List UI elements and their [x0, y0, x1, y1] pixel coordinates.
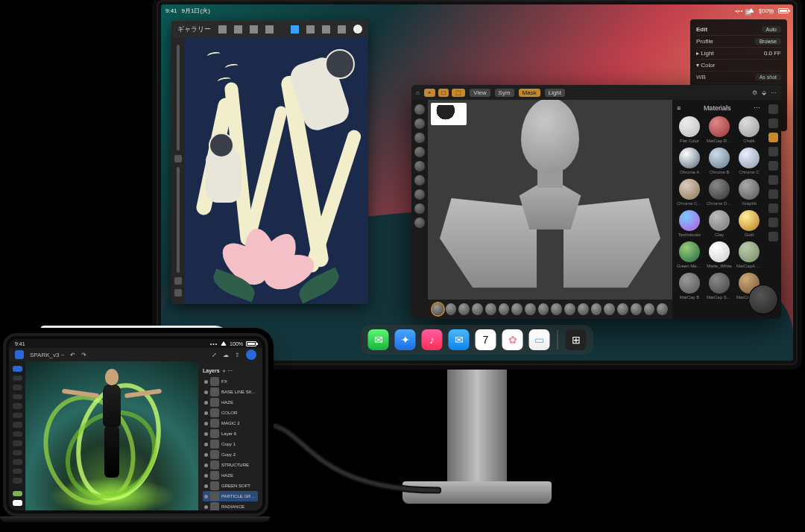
spot-heal-tool-icon[interactable] [13, 469, 22, 475]
undo-icon[interactable]: ↶ [70, 352, 75, 358]
fg-color-swatch[interactable] [13, 491, 22, 497]
visibility-icon[interactable] [204, 443, 208, 446]
color-label[interactable]: Color [701, 62, 715, 69]
brush-tool-icon[interactable] [13, 394, 22, 400]
fill-tool-icon[interactable] [13, 413, 22, 419]
material-swatch[interactable]: Graphit [736, 179, 762, 206]
type-tool-icon[interactable] [13, 440, 22, 446]
light-label[interactable]: Light [701, 50, 713, 57]
navigation-ball[interactable] [748, 285, 778, 314]
material-swatch[interactable]: MatCap B [677, 273, 702, 300]
tool-sphere[interactable] [414, 118, 425, 129]
crop-tool-icon[interactable] [13, 431, 22, 437]
adjust-icon[interactable] [234, 25, 242, 34]
material-swatch[interactable]: Chrome Da… [707, 179, 732, 206]
dock-app-mail[interactable]: ✉ [449, 329, 470, 350]
redo-icon[interactable]: ↷ [81, 352, 86, 358]
material-swatch[interactable]: Green Meta… [677, 241, 702, 268]
visibility-icon[interactable] [204, 411, 208, 415]
rtool[interactable] [768, 218, 778, 227]
dock-app-safari[interactable]: ✦ [395, 329, 416, 350]
ps-canvas[interactable] [25, 361, 198, 510]
layer-menu-icon[interactable]: ⋯ [227, 368, 233, 373]
cloud-icon[interactable]: ☁ [223, 352, 229, 358]
actions-icon[interactable] [218, 25, 227, 34]
bg-color-swatch[interactable] [13, 500, 22, 506]
opacity-slider[interactable] [177, 167, 180, 273]
sculpt-viewport[interactable] [428, 100, 672, 300]
add-layer-icon[interactable]: ＋ [221, 368, 227, 373]
brush-preset[interactable] [458, 303, 470, 315]
rtool[interactable] [768, 232, 778, 241]
brush-preset[interactable] [591, 303, 602, 315]
panel-more-icon[interactable]: ⋯ [754, 104, 760, 112]
dock-app-calendar[interactable]: 7 [476, 329, 496, 350]
brush-size-slider[interactable] [177, 45, 180, 151]
shape-tool-icon[interactable] [13, 450, 22, 456]
visibility-icon[interactable] [204, 495, 208, 498]
procreate-window[interactable]: ギャラリー [171, 21, 368, 304]
brush-preset[interactable] [551, 303, 562, 315]
rtool[interactable] [768, 189, 778, 199]
material-swatch[interactable]: Chrome B [707, 148, 732, 174]
tool-sphere[interactable] [414, 161, 425, 171]
chip[interactable]: Mask [519, 89, 540, 97]
panel-grip-icon[interactable]: ≡ [677, 104, 681, 112]
layer-row[interactable]: GREEN SOFT [203, 481, 258, 491]
share-button[interactable] [246, 349, 256, 360]
visibility-icon[interactable] [204, 463, 208, 467]
tool-sphere[interactable] [414, 133, 425, 143]
visibility-icon[interactable] [204, 390, 208, 394]
brush-preset[interactable] [446, 303, 457, 315]
layer-row[interactable]: COLOR [203, 408, 258, 418]
tool-sphere[interactable] [414, 203, 425, 214]
brush-preset[interactable] [472, 303, 483, 315]
visibility-icon[interactable] [204, 474, 208, 478]
brush-preset[interactable] [525, 303, 536, 315]
brush-preset[interactable] [485, 303, 496, 315]
material-swatch[interactable]: Technicolor [677, 210, 702, 237]
auto-button[interactable]: Auto [762, 26, 781, 33]
clone-tool-icon[interactable] [13, 422, 22, 428]
gear-icon[interactable]: ⚙ [752, 89, 757, 96]
layer-row[interactable]: PARTICLE GREEN [203, 491, 258, 501]
tool-sphere[interactable] [414, 189, 425, 200]
material-swatch[interactable]: Chrome A [677, 148, 702, 174]
mode-chip[interactable]: + [424, 89, 435, 97]
brush-icon[interactable] [291, 25, 299, 34]
ps-home-icon[interactable] [15, 350, 24, 359]
brush-preset[interactable] [564, 303, 575, 315]
material-swatch[interactable]: Flat Color [677, 116, 702, 143]
chip[interactable]: Sym [495, 89, 514, 97]
eyedropper-tool-icon[interactable] [13, 459, 22, 465]
tool-sphere[interactable] [414, 104, 425, 115]
material-swatch[interactable]: Chrome C [736, 148, 762, 174]
visibility-icon[interactable] [204, 453, 208, 457]
rtool[interactable] [768, 133, 778, 142]
layer-row[interactable]: FX [203, 376, 258, 387]
material-swatch[interactable]: Gold [736, 210, 762, 237]
dock-app-messages[interactable]: ✉ [368, 329, 389, 350]
export-icon[interactable]: ⇪ [235, 352, 240, 358]
zoom-icon[interactable]: ⤢ [212, 352, 217, 358]
layer-row[interactable]: MAGIC 2 [203, 418, 258, 428]
more-tools-icon[interactable] [13, 478, 22, 484]
dock-app-files[interactable]: ▭ [529, 329, 550, 350]
move-tool-icon[interactable] [13, 366, 22, 372]
browse-button[interactable]: Browse [755, 38, 781, 45]
sculpt-window[interactable]: ⌂ + □ ⬚ View Sym Mask Light ⚙ ⬙ ⋯ [411, 85, 781, 319]
undo-button[interactable] [174, 277, 182, 285]
home-icon[interactable]: ⌂ [416, 89, 420, 96]
brush-preset[interactable] [432, 303, 443, 315]
material-swatch[interactable]: Chrome Co… [677, 179, 702, 206]
wb-value[interactable]: As shot [755, 74, 781, 80]
lasso-tool-icon[interactable] [13, 384, 22, 390]
visibility-icon[interactable] [204, 401, 208, 405]
material-swatch[interactable]: Clay [707, 210, 732, 237]
layers-icon[interactable] [338, 25, 346, 34]
redo-button[interactable] [174, 289, 182, 297]
rtool[interactable] [768, 147, 778, 156]
brush-preset[interactable] [644, 303, 655, 315]
rtool[interactable] [768, 104, 778, 114]
brush-preset[interactable] [657, 303, 668, 315]
